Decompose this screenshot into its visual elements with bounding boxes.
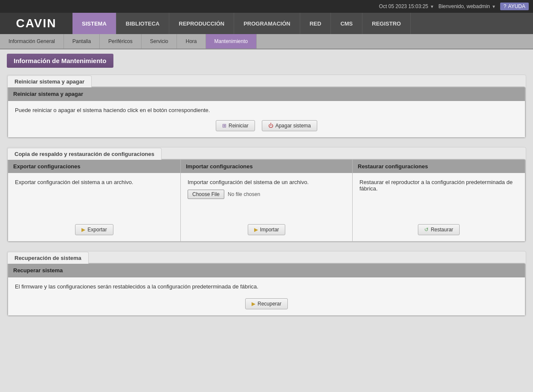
restore-body: Restaurar el reproductor a la configurac…: [353, 173, 525, 241]
recovery-body: El firmware y las configuraciones serán …: [8, 277, 525, 315]
section3-tab-row: Recuperación de sistema: [7, 252, 526, 264]
export-description: Exportar configuración del sistema a un …: [15, 179, 174, 185]
restart-header: Reiniciar sistema y apagar: [8, 87, 525, 101]
subnav-mantenimiento[interactable]: Mantenimiento: [206, 34, 257, 49]
recovery-btn-wrap: Recuperar: [15, 298, 518, 309]
nav-item-reproduccion[interactable]: REPRODUCCIÓN: [169, 13, 234, 34]
import-description: Importar configuración del sistema de un…: [188, 179, 345, 185]
recover-button[interactable]: Recuperar: [245, 298, 288, 309]
nav-item-biblioteca[interactable]: BIBLIOTECA: [116, 13, 169, 34]
nav-item-red[interactable]: RED: [300, 13, 331, 34]
export-header: Exportar configuraciones: [8, 160, 180, 173]
subnav-pantalla[interactable]: Pantalla: [64, 34, 100, 49]
import-button[interactable]: Importar: [248, 224, 286, 235]
recovery-description: El firmware y las configuraciones serán …: [15, 283, 518, 290]
datetime-dropdown-icon[interactable]: ▼: [430, 4, 434, 9]
restore-button[interactable]: Restaurar: [418, 224, 460, 235]
choose-file-button[interactable]: Choose File: [188, 190, 224, 199]
restore-btn-wrap: Restaurar: [359, 224, 518, 235]
help-icon: ?: [504, 3, 507, 9]
section1-tab-row: Reiniciar sistema y apagar: [7, 75, 526, 87]
section-restart: Reiniciar sistema y apagar Reiniciar sis…: [7, 75, 526, 138]
import-panel: Importar configuraciones Importar config…: [180, 160, 353, 241]
top-bar: Oct 05 2023 15:03:25 ▼ Bienvenido, webad…: [0, 0, 533, 13]
restore-header: Restaurar configuraciones: [353, 160, 525, 173]
restore-icon: [424, 227, 429, 233]
nav-item-cms[interactable]: CMS: [331, 13, 362, 34]
nav-item-registro[interactable]: REGISTRO: [362, 13, 411, 34]
restart-buttons: Reiniciar Apagar sistema: [15, 120, 518, 131]
export-btn-wrap: Exportar: [15, 224, 174, 235]
section-recovery: Recuperación de sistema Recuperar sistem…: [7, 251, 526, 317]
restart-box: Reiniciar sistema y apagar Puede reinici…: [8, 87, 525, 138]
three-col-grid: Exportar configuraciones Exportar config…: [8, 159, 525, 242]
section2-body: Exportar configuraciones Exportar config…: [7, 159, 526, 242]
file-input-row: Choose File No file chosen: [188, 190, 345, 199]
import-body: Importar configuración del sistema de un…: [181, 173, 352, 241]
page-title: Información de Mantenimiento: [7, 54, 113, 68]
nav-item-sistema[interactable]: SISTEMA: [72, 13, 116, 34]
subnav-hora[interactable]: Hora: [177, 34, 206, 49]
export-body: Exportar configuración del sistema a un …: [8, 173, 180, 241]
section-backup: Copia de respaldo y restauración de conf…: [7, 147, 526, 242]
help-button[interactable]: ? AYUDA: [500, 3, 529, 10]
export-icon: [81, 227, 85, 233]
section3-tab[interactable]: Recuperación de sistema: [7, 252, 89, 264]
restart-description: Puede reiniciar o apagar el sistema haci…: [15, 107, 518, 113]
logo: CAVIN: [0, 13, 72, 34]
main-header: CAVIN SISTEMA BIBLIOTECA REPRODUCCIÓN PR…: [0, 13, 533, 34]
subnav-info-general[interactable]: Información General: [0, 34, 64, 49]
section1-body: Reiniciar sistema y apagar Puede reinici…: [7, 86, 526, 138]
import-header: Importar configuraciones: [181, 160, 352, 173]
section2-tab-row: Copia de respaldo y restauración de conf…: [7, 148, 526, 160]
restore-panel: Restaurar configuraciones Restaurar el r…: [353, 160, 525, 241]
no-file-label: No file chosen: [228, 191, 260, 197]
main-nav: SISTEMA BIBLIOTECA REPRODUCCIÓN PROGRAMA…: [72, 13, 533, 34]
restart-button[interactable]: Reiniciar: [216, 120, 255, 131]
recover-icon: [252, 301, 255, 307]
export-button[interactable]: Exportar: [75, 224, 113, 235]
nav-item-programacion[interactable]: PROGRAMACIÓN: [234, 13, 300, 34]
subnav-perifericos[interactable]: Periféricos: [100, 34, 142, 49]
sub-nav: Información General Pantalla Periféricos…: [0, 34, 533, 49]
recovery-box: Recuperar sistema El firmware y las conf…: [8, 263, 525, 316]
export-panel: Exportar configuraciones Exportar config…: [8, 160, 180, 241]
section2-tab[interactable]: Copia de respaldo y restauración de conf…: [7, 148, 162, 160]
import-icon: [254, 227, 258, 233]
welcome-dropdown-icon[interactable]: ▼: [492, 4, 496, 9]
import-desc-wrap: Importar configuración del sistema de un…: [188, 179, 345, 203]
import-btn-wrap: Importar: [188, 224, 345, 235]
restart-icon: [222, 123, 226, 129]
welcome-display: Bienvenido, webadmin ▼: [438, 3, 496, 9]
datetime-display: Oct 05 2023 15:03:25 ▼: [379, 3, 434, 9]
restart-body: Puede reiniciar o apagar el sistema haci…: [8, 101, 525, 137]
shutdown-button[interactable]: Apagar sistema: [262, 120, 317, 131]
subnav-servicio[interactable]: Servicio: [142, 34, 177, 49]
section1-tab[interactable]: Reiniciar sistema y apagar: [7, 75, 92, 87]
power-icon: [268, 123, 273, 129]
section3-body: Recuperar sistema El firmware y las conf…: [7, 263, 526, 316]
restore-description: Restaurar el reproductor a la configurac…: [359, 179, 518, 192]
page-content: Información de Mantenimiento Reiniciar s…: [0, 49, 533, 392]
recovery-header: Recuperar sistema: [8, 264, 525, 277]
